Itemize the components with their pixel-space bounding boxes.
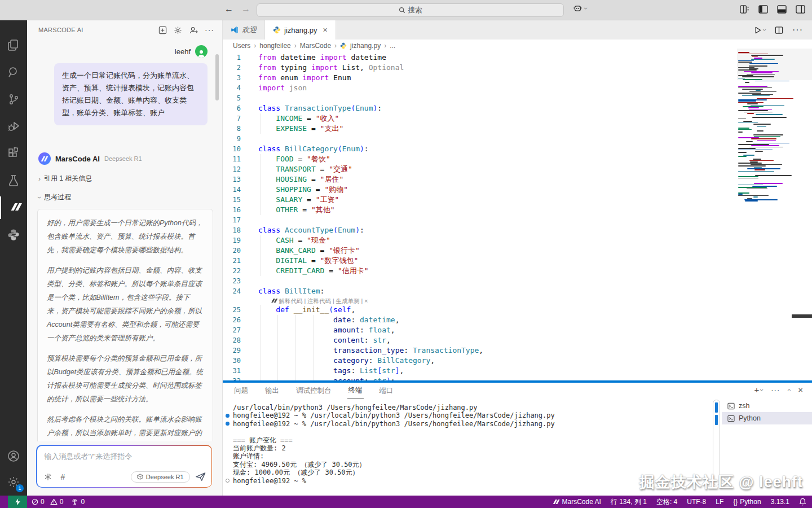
minimap[interactable] — [737, 51, 804, 204]
chevron-down-icon: › — [36, 196, 43, 199]
copilot-menu[interactable]: › — [573, 5, 587, 12]
close-panel-icon[interactable]: × — [798, 385, 803, 395]
settings-badge: 1 — [16, 484, 24, 492]
user-message-bubble: 生成一个日常记账代码，分为账单流水、资产、预算、统计报表模块，记账内容包括记账日… — [54, 63, 208, 125]
tab-jizhang-py[interactable]: jizhang.py × — [265, 20, 336, 40]
nav-forward-icon[interactable]: → — [241, 4, 250, 14]
python-file-icon — [273, 26, 281, 34]
code-line: 21 DIGITAL = "数字钱包" — [223, 256, 812, 266]
split-editor-icon[interactable] — [775, 26, 783, 34]
terminal-output[interactable]: /usr/local/bin/python3 /Users/hongfeilee… — [223, 401, 712, 496]
code-line: 14 SHOPPING = "购物" — [223, 185, 812, 195]
codelens-actions[interactable]: 解释代码 | 注释代码 | 生成单测 | × — [223, 296, 812, 305]
code-area[interactable]: 1from datetime import datetime2from typi… — [223, 52, 812, 380]
breadcrumb-item[interactable]: Users — [233, 42, 250, 50]
chat-input[interactable]: 输入消息或者"/"来选择指令 — [45, 452, 133, 462]
agent-profile-icon[interactable] — [189, 26, 198, 34]
panel-tab-3[interactable]: 终端 — [347, 383, 364, 398]
breadcrumb-item[interactable]: MarsCode — [300, 42, 331, 50]
user-avatar — [195, 45, 208, 58]
panel-tab-2[interactable]: 调试控制台 — [295, 383, 333, 398]
commands-icon[interactable] — [44, 473, 52, 481]
nav-back-icon[interactable]: ← — [224, 4, 233, 14]
search-placeholder: 搜索 — [408, 6, 422, 15]
code-line: 24class BillItem: — [223, 286, 812, 296]
panel-tab-bar: 问题输出调试控制台终端端口 — [233, 383, 409, 398]
panel-tab-4[interactable]: 端口 — [378, 383, 395, 398]
braces-icon: {} — [733, 498, 738, 506]
customize-layout-icon[interactable] — [740, 5, 749, 14]
terminal-instance-python[interactable]: Python — [722, 412, 812, 424]
terminal-line: 支付宝: 4969.50元 （减少了 30.50元） — [223, 461, 712, 468]
breadcrumb[interactable]: Users› hongfeilee› MarsCode› jizhang.py›… — [223, 40, 812, 52]
settings-gear-icon[interactable]: 1 — [0, 471, 27, 493]
run-python-button[interactable]: › — [753, 26, 766, 34]
panel-tab-0[interactable]: 问题 — [233, 383, 249, 398]
terminal-instance-zsh[interactable]: zsh — [722, 400, 812, 412]
search-view-icon[interactable] — [0, 61, 27, 84]
code-line: 27 amount: float, — [223, 325, 812, 335]
toggle-secondary-sidebar-icon[interactable] — [796, 5, 805, 14]
indentation[interactable]: 空格: 4 — [656, 497, 677, 507]
extensions-icon[interactable] — [0, 142, 27, 165]
ports-status[interactable]: 0 — [71, 498, 85, 506]
notifications-bell-icon[interactable] — [799, 498, 806, 506]
run-debug-icon[interactable] — [0, 115, 27, 138]
marscode-ai-icon[interactable] — [0, 196, 27, 219]
explorer-icon[interactable] — [0, 34, 27, 56]
tab-welcome[interactable]: 欢迎 — [223, 20, 265, 40]
toggle-primary-sidebar-icon[interactable] — [758, 5, 768, 14]
problems-status[interactable]: 0 0 — [32, 498, 63, 506]
send-icon[interactable] — [196, 472, 206, 481]
cursor-position[interactable]: 行 134, 列 1 — [611, 497, 647, 507]
thinking-content: 好的，用户需要生成一个日常记账的Python代码，包含账单流水、资产、预算、统计… — [37, 209, 213, 441]
breadcrumb-item[interactable]: ... — [390, 42, 395, 50]
chat-scroll-area[interactable]: leehf 生成一个日常记账代码，分为账单流水、资产、预算、统计报表模块，记账内… — [27, 40, 222, 441]
breadcrumb-item[interactable]: hongfeilee — [259, 42, 290, 50]
sidebar-scrollbar[interactable] — [215, 54, 219, 100]
command-center-search[interactable]: 搜索 — [257, 3, 564, 17]
eol[interactable]: LF — [716, 498, 723, 506]
ports-count: 0 — [81, 498, 85, 506]
user-name: leehf — [175, 47, 191, 56]
code-line: 31 tags: List[str], — [223, 366, 812, 376]
chevron-down-icon: › — [582, 7, 589, 10]
sidebar-title: MARSCODE AI — [38, 27, 83, 33]
bottom-panel: 问题输出调试控制台终端端口 +› ··· › × /usr/local/bin/… — [223, 383, 812, 496]
maximize-panel-icon[interactable]: › — [785, 389, 792, 391]
code-line: 17 — [223, 215, 812, 225]
code-line: 30 category: BillCategory, — [223, 356, 812, 366]
watermark: 掘金技术社区 @ leehft — [639, 472, 803, 492]
editor-more-icon[interactable]: ··· — [792, 25, 803, 35]
panel-more-icon[interactable]: ··· — [771, 386, 780, 394]
terminal-icon — [727, 402, 735, 410]
search-icon — [399, 7, 405, 14]
python-view-icon[interactable] — [0, 224, 27, 246]
accounts-icon[interactable] — [0, 445, 27, 467]
toggle-panel-icon[interactable] — [777, 5, 787, 14]
panel-tab-1[interactable]: 输出 — [264, 383, 280, 398]
settings-icon[interactable] — [174, 26, 182, 34]
tab-close-icon[interactable]: × — [323, 25, 328, 34]
breadcrumb-item[interactable]: jizhang.py — [350, 42, 381, 50]
reference-toggle[interactable]: › 引用 1 相关信息 — [38, 174, 222, 183]
marscode-status[interactable]: MarsCode AI — [554, 498, 601, 506]
terminal-icon — [727, 415, 735, 422]
language-mode[interactable]: {}Python — [733, 498, 761, 506]
testing-icon[interactable] — [0, 169, 27, 192]
more-actions-icon[interactable]: ··· — [205, 25, 214, 34]
encoding[interactable]: UTF-8 — [687, 498, 706, 506]
source-control-icon[interactable] — [0, 88, 27, 111]
model-selector[interactable]: Deepseek R1 — [131, 471, 190, 483]
code-line: 29 transaction_type: TransactionType, — [223, 345, 812, 356]
code-line: 2from typing import List, Optional — [223, 63, 812, 73]
python-version[interactable]: 3.13.1 — [771, 498, 789, 506]
code-line: 9 — [223, 134, 812, 144]
activity-bar: 1 — [0, 20, 27, 496]
code-line: 32 account: str): — [223, 376, 812, 380]
thinking-toggle[interactable]: › 思考过程 — [38, 192, 222, 202]
remote-indicator[interactable] — [8, 496, 27, 508]
context-hash-icon[interactable]: # — [61, 472, 65, 481]
new-chat-icon[interactable] — [158, 26, 167, 34]
new-terminal-button[interactable]: +› — [754, 385, 763, 395]
